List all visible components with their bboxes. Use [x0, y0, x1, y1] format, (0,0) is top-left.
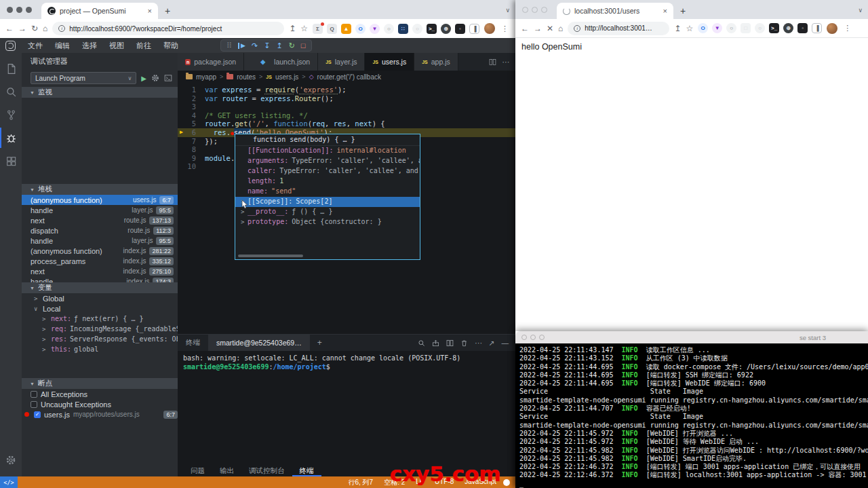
launch-config-select[interactable]: Launch Program ∨: [31, 72, 136, 84]
terminal-maximize-icon[interactable]: ↗: [489, 339, 495, 347]
minimize-window-icon[interactable]: [16, 7, 22, 13]
home-icon[interactable]: ⌂: [558, 24, 563, 33]
breakpoint-row[interactable]: ✓users.jsmyapp/routes/users.js6:7: [22, 409, 178, 419]
step-over-button[interactable]: ↷: [252, 42, 258, 50]
tab-close-icon[interactable]: ×: [148, 7, 152, 15]
profile-avatar[interactable]: [484, 23, 495, 34]
terminal-extension-icon[interactable]: >_: [769, 23, 779, 33]
reload-icon[interactable]: ↻: [31, 24, 38, 33]
split-editor-icon[interactable]: [489, 58, 496, 66]
panel-tab[interactable]: 终端: [292, 465, 321, 476]
settings-gear-icon[interactable]: [5, 455, 16, 466]
terminal-export-icon[interactable]: [432, 339, 439, 347]
explorer-icon[interactable]: [0, 58, 22, 79]
popup-property-row[interactable]: >[[Scopes]]:Scopes[2]: [235, 197, 420, 207]
stack-frame[interactable]: handlelayer.js95:5: [22, 236, 178, 246]
new-terminal-button[interactable]: +: [310, 338, 330, 348]
stop-button[interactable]: □: [301, 42, 306, 50]
puzzle-extension-icon[interactable]: ◦: [797, 23, 808, 33]
browser-menu-icon[interactable]: ⋮: [500, 24, 510, 33]
menu-item[interactable]: 视图: [103, 41, 130, 50]
breakpoint-row[interactable]: All Exceptions: [22, 389, 178, 399]
forward-icon[interactable]: →: [534, 24, 542, 33]
source-control-icon[interactable]: [0, 105, 22, 125]
breadcrumb-item[interactable]: myapp: [196, 73, 216, 81]
panel-tab[interactable]: 输出: [212, 465, 241, 476]
new-tab-button[interactable]: +: [158, 5, 177, 19]
status-item[interactable]: 行6, 列7: [348, 478, 373, 487]
panel-tab[interactable]: 问题: [183, 465, 212, 476]
grid-extension-icon[interactable]: ∷: [398, 24, 408, 34]
stack-frame[interactable]: (anonymous function)users.js6:7: [22, 195, 178, 205]
chart-extension-icon[interactable]: ▲: [341, 24, 351, 34]
watch-section-header[interactable]: ▼监视: [22, 87, 178, 98]
maximize-window-icon[interactable]: [26, 7, 32, 13]
tabstrip-chevron-icon[interactable]: ∨: [858, 7, 863, 19]
flask-extension-icon[interactable]: ▼: [712, 23, 722, 33]
close-window-icon[interactable]: [7, 7, 13, 13]
editor-tab[interactable]: JSapp.js: [414, 53, 458, 71]
stack-frame[interactable]: process_paramsindex.js335:12: [22, 256, 178, 266]
callstack-section-header[interactable]: ▼堆栈: [22, 184, 178, 195]
checkbox[interactable]: [31, 391, 37, 398]
bookmark-star-icon[interactable]: ☆: [300, 24, 308, 33]
disk-extension-icon[interactable]: O: [698, 23, 708, 33]
expander-icon[interactable]: ∨: [34, 305, 40, 312]
terminal-search-icon[interactable]: [418, 339, 425, 347]
window-controls[interactable]: [7, 0, 32, 19]
minimize-window-icon[interactable]: [532, 7, 538, 13]
popup-horizontal-scrollbar[interactable]: [238, 255, 303, 257]
code-line[interactable]: 4/* GET users listing. */: [178, 111, 515, 120]
variable-row[interactable]: >req: IncomingMessage {_readableState: R…: [22, 324, 178, 334]
popup-property-row[interactable]: length:1: [235, 176, 420, 187]
variable-row[interactable]: >this: global: [22, 344, 178, 354]
variable-row[interactable]: >res: ServerResponse {_events: Object, _…: [22, 334, 178, 344]
popup-property-row[interactable]: name:"send": [235, 187, 420, 197]
breakpoint-row[interactable]: Uncaught Exceptions: [22, 399, 178, 409]
extensions-icon[interactable]: [0, 151, 22, 171]
panel-tab[interactable]: 调试控制台: [241, 465, 292, 476]
expander-icon[interactable]: >: [241, 208, 248, 217]
stack-frame[interactable]: (anonymous function)index.js281:22: [22, 246, 178, 256]
expander-icon[interactable]: >: [42, 336, 48, 343]
popup-property-row[interactable]: >prototype:Object {constructor: }: [235, 217, 420, 227]
variable-row[interactable]: >Global: [22, 293, 178, 303]
address-bar[interactable]: i http://localhost:6900/?workspaceDir=/h…: [52, 22, 284, 35]
terminal-split-icon[interactable]: [446, 339, 454, 347]
bookmark-star-icon[interactable]: ☆: [686, 24, 693, 33]
stack-frame[interactable]: handleindex.js174:3: [22, 276, 178, 282]
menu-item[interactable]: 文件: [22, 41, 49, 50]
maximize-window-icon[interactable]: [541, 7, 547, 13]
editor-tab[interactable]: JSlayer.js: [318, 53, 365, 71]
close-window-icon[interactable]: [521, 335, 527, 340]
variable-row[interactable]: ∨Local: [22, 303, 178, 314]
dots-extension-icon[interactable]: ○: [755, 23, 765, 33]
browser-tab[interactable]: project — OpenSumi ×: [41, 3, 158, 19]
popup-property-row[interactable]: caller:TypeError: 'caller', 'callee', an…: [235, 166, 420, 176]
expander-icon[interactable]: >: [42, 326, 48, 333]
pale-extension-icon[interactable]: □: [741, 23, 751, 33]
expander-icon[interactable]: >: [42, 346, 48, 353]
back-icon[interactable]: ←: [5, 24, 14, 33]
restart-button[interactable]: ↻: [289, 42, 295, 50]
sidepanel-extension-icon[interactable]: ▐: [812, 23, 822, 33]
sidepanel-extension-icon[interactable]: ▐: [469, 24, 479, 34]
step-into-button[interactable]: ↧: [264, 42, 270, 50]
drag-handle-icon[interactable]: ⠿: [226, 42, 232, 50]
terminal-log[interactable]: 2022-04-25 22:11:43.147 INFO 读取工作区信息 ...…: [515, 343, 868, 488]
checkbox[interactable]: ✓: [34, 411, 41, 418]
forward-icon[interactable]: →: [18, 24, 26, 33]
maximize-window-icon[interactable]: [539, 335, 545, 340]
terminal-output[interactable]: bash: warning: setlocale: LC_ALL: cannot…: [178, 351, 515, 465]
close-window-icon[interactable]: [522, 7, 528, 13]
debug-console-icon[interactable]: [164, 74, 172, 82]
site-info-icon[interactable]: i: [574, 25, 580, 32]
disk-extension-icon[interactable]: O: [355, 24, 366, 34]
code-line[interactable]: 5router.get('/', function(req, res, next…: [178, 119, 515, 128]
menu-item[interactable]: 前往: [130, 41, 157, 50]
stack-frame[interactable]: nextindex.js275:10: [22, 266, 178, 276]
sigma-extension-icon[interactable]: Σ: [313, 24, 323, 34]
code-line[interactable]: 3: [178, 102, 515, 111]
home-icon[interactable]: ⌂: [43, 24, 47, 33]
debug-icon[interactable]: [0, 128, 22, 148]
